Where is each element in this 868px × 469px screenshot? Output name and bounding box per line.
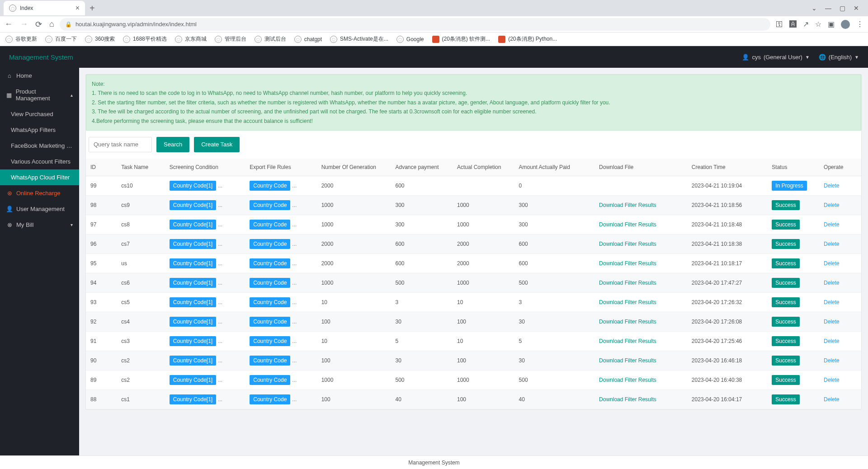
export-tag[interactable]: Country Code bbox=[250, 239, 290, 249]
key-icon[interactable]: ⚿ bbox=[776, 20, 783, 28]
download-link[interactable]: Download Filter Results bbox=[599, 202, 656, 208]
screening-tag[interactable]: Country Code[1] bbox=[170, 297, 216, 307]
sidebar-item-home[interactable]: ⌂ Home bbox=[0, 68, 79, 84]
profile-avatar[interactable] bbox=[841, 20, 850, 29]
sidebar-item-whatsapp-filters[interactable]: WhatsApp Filters bbox=[0, 122, 79, 138]
download-link[interactable]: Download Filter Results bbox=[599, 396, 656, 403]
chevron-down-icon[interactable]: ⌄ bbox=[811, 5, 817, 12]
export-tag[interactable]: Country Code bbox=[250, 258, 290, 268]
sidebar-item-various-account-filters[interactable]: Various Account Filters bbox=[0, 154, 79, 169]
forward-icon[interactable]: → bbox=[20, 19, 28, 29]
create-task-button[interactable]: Create Task bbox=[194, 137, 240, 152]
screening-tag[interactable]: Country Code[1] bbox=[170, 220, 216, 230]
home-icon[interactable]: ⌂ bbox=[49, 19, 54, 29]
delete-link[interactable]: Delete bbox=[824, 221, 840, 228]
screening-tag[interactable]: Country Code[1] bbox=[170, 258, 216, 268]
download-link[interactable]: Download Filter Results bbox=[599, 221, 656, 228]
export-tag[interactable]: Country Code bbox=[250, 375, 290, 385]
screening-tag[interactable]: Country Code[1] bbox=[170, 375, 216, 385]
export-tag[interactable]: Country Code bbox=[250, 220, 290, 230]
screening-tag[interactable]: Country Code[1] bbox=[170, 239, 216, 249]
browser-tab[interactable]: ◌ Index × bbox=[4, 1, 85, 15]
bookmark-item[interactable]: ◌管理后台 bbox=[215, 35, 246, 43]
delete-link[interactable]: Delete bbox=[824, 338, 840, 344]
translate-icon[interactable]: 🅰 bbox=[789, 20, 797, 28]
export-tag[interactable]: Country Code bbox=[250, 356, 290, 366]
bookmark-item[interactable]: ◌京东商城 bbox=[175, 35, 207, 43]
sidebar-item-user-management[interactable]: 👤 User Management bbox=[0, 201, 79, 217]
sidebar-item-online-recharge[interactable]: ⊛ Online Recharge bbox=[0, 185, 79, 201]
new-tab-button[interactable]: + bbox=[90, 3, 95, 14]
download-link[interactable]: Download Filter Results bbox=[599, 338, 656, 344]
close-window-icon[interactable]: ✕ bbox=[854, 5, 859, 12]
export-tag[interactable]: Country Code bbox=[250, 394, 290, 404]
bookmark-item[interactable]: ◌1688平价精选 bbox=[123, 35, 167, 43]
minimize-icon[interactable]: — bbox=[825, 5, 831, 12]
screening-tag[interactable]: Country Code[1] bbox=[170, 181, 216, 191]
sidebar-item-facebook-marketing[interactable]: FaceBook Marketing Soft... bbox=[0, 138, 79, 154]
delete-link[interactable]: Delete bbox=[824, 202, 840, 208]
menu-icon[interactable]: ⋮ bbox=[856, 20, 863, 28]
delete-link[interactable]: Delete bbox=[824, 260, 840, 267]
delete-link[interactable]: Delete bbox=[824, 357, 840, 364]
delete-link[interactable]: Delete bbox=[824, 396, 840, 403]
sidebar-item-view-purchased[interactable]: View Purchased bbox=[0, 106, 79, 122]
close-tab-icon[interactable]: × bbox=[75, 4, 80, 12]
query-task-input[interactable] bbox=[89, 137, 152, 152]
bookmark-item[interactable]: ◌测试后台 bbox=[255, 35, 286, 43]
download-link[interactable]: Download Filter Results bbox=[599, 319, 656, 325]
sidebar-item-product-management[interactable]: ▦ Product Management ▴ bbox=[0, 84, 79, 106]
bookmark-item[interactable]: (20条消息) Python... bbox=[498, 35, 557, 43]
bookmark-item[interactable]: (20条消息) 软件测... bbox=[432, 35, 491, 43]
maximize-icon[interactable]: ▢ bbox=[840, 5, 845, 12]
screening-tag[interactable]: Country Code[1] bbox=[170, 200, 216, 210]
delete-link[interactable]: Delete bbox=[824, 299, 840, 305]
bookmark-item[interactable]: ◌百度一下 bbox=[45, 35, 77, 43]
cell-task: cs5 bbox=[121, 299, 130, 305]
ellipsis-icon: ... bbox=[292, 299, 297, 305]
bookmark-item[interactable]: ◌Google bbox=[396, 36, 424, 43]
download-link[interactable]: Download Filter Results bbox=[599, 280, 656, 286]
cell-amount: 600 bbox=[519, 260, 528, 267]
delete-link[interactable]: Delete bbox=[824, 280, 840, 286]
reload-icon[interactable]: ⟳ bbox=[35, 19, 42, 29]
screening-tag[interactable]: Country Code[1] bbox=[170, 317, 216, 327]
download-link[interactable]: Download Filter Results bbox=[599, 260, 656, 267]
share-icon[interactable]: ↗ bbox=[803, 20, 809, 28]
bookmark-icon: ◌ bbox=[123, 36, 130, 43]
delete-link[interactable]: Delete bbox=[824, 319, 840, 325]
bookmark-item[interactable]: ◌SMS-Activate是在... bbox=[330, 35, 388, 43]
export-tag[interactable]: Country Code bbox=[250, 181, 290, 191]
address-bar[interactable]: 🔒 houtai.kuajingwang.vip/admin/index/ind… bbox=[60, 18, 770, 31]
export-tag[interactable]: Country Code bbox=[250, 278, 290, 288]
delete-link[interactable]: Delete bbox=[824, 241, 840, 247]
export-tag[interactable]: Country Code bbox=[250, 336, 290, 346]
download-link[interactable]: Download Filter Results bbox=[599, 377, 656, 383]
screening-tag[interactable]: Country Code[1] bbox=[170, 356, 216, 366]
export-tag[interactable]: Country Code bbox=[250, 297, 290, 307]
language-menu[interactable]: 🌐 (English) ▼ bbox=[819, 54, 859, 61]
sidebar-item-whatsapp-cloud-filter[interactable]: WhatsApp Cloud Filter bbox=[0, 169, 79, 185]
back-icon[interactable]: ← bbox=[5, 19, 13, 29]
export-tag[interactable]: Country Code bbox=[250, 200, 290, 210]
star-icon[interactable]: ☆ bbox=[815, 20, 821, 28]
cell-num: 1000 bbox=[321, 202, 334, 208]
sidebar-item-my-bill[interactable]: ⊗ My Bill ▾ bbox=[0, 217, 79, 233]
download-link[interactable]: Download Filter Results bbox=[599, 299, 656, 305]
screening-tag[interactable]: Country Code[1] bbox=[170, 278, 216, 288]
bookmark-item[interactable]: ◌chatgpt bbox=[294, 36, 322, 43]
screening-tag[interactable]: Country Code[1] bbox=[170, 394, 216, 404]
download-link[interactable]: Download Filter Results bbox=[599, 357, 656, 364]
puzzle-icon[interactable]: ▣ bbox=[828, 20, 835, 28]
delete-link[interactable]: Delete bbox=[824, 377, 840, 383]
user-menu[interactable]: 👤 cys (General User) ▼ bbox=[742, 54, 809, 61]
download-link[interactable]: Download Filter Results bbox=[599, 241, 656, 247]
app-logo[interactable]: Management System bbox=[9, 53, 73, 61]
delete-link[interactable]: Delete bbox=[824, 183, 840, 189]
bookmark-item[interactable]: ◌360搜索 bbox=[85, 35, 115, 43]
search-button[interactable]: Search bbox=[156, 137, 189, 152]
screening-tag[interactable]: Country Code[1] bbox=[170, 336, 216, 346]
sidebar-item-label: Online Recharge bbox=[16, 190, 61, 197]
bookmark-item[interactable]: ◌谷歌更新 bbox=[5, 35, 37, 43]
export-tag[interactable]: Country Code bbox=[250, 317, 290, 327]
